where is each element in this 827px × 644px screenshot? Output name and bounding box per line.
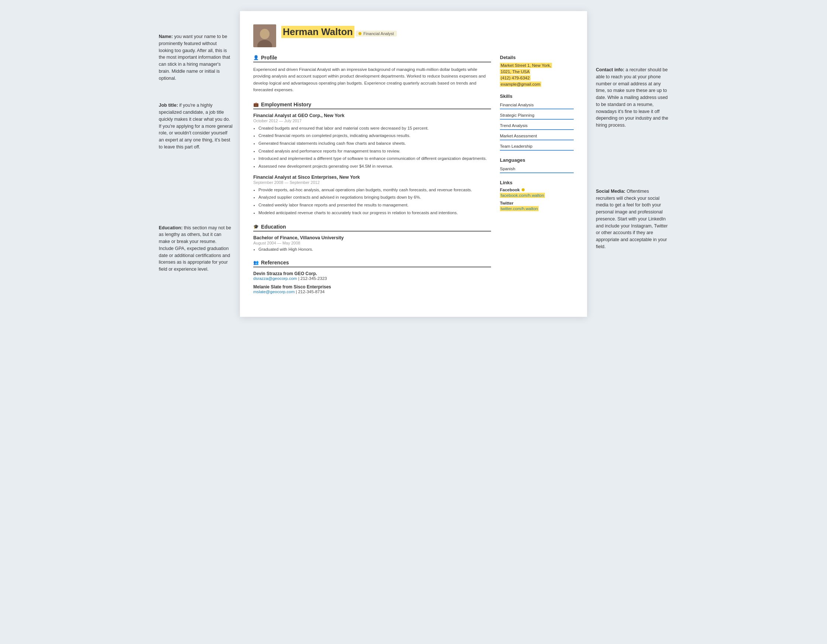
details-address1: Market Street 1, New York,: [500, 63, 552, 68]
right-annotations-panel: Contact info: a recruiter should be able…: [587, 11, 668, 272]
link-platform-1: Facebook: [500, 188, 574, 192]
header-text: Herman Walton Financial Analyst: [281, 24, 397, 39]
job2-bullets: Provide reports, ad-hoc analysis, annual…: [253, 187, 491, 216]
ref1-email[interactable]: dsrazza@geocorp.com: [253, 276, 297, 281]
resume-card: Herman Walton Financial Analyst 👤 Profi: [240, 11, 587, 317]
job1-dates: October 2012 — July 2017: [253, 119, 491, 123]
links-section: Links Facebook facebook.com/h.walton Twi…: [500, 180, 574, 214]
links-title: Links: [500, 180, 574, 185]
jobtitle-annotation-text: if you're a highly specialized candidate…: [159, 103, 232, 150]
job-entry-2: Financial Analyst at Sisco Enterprises, …: [253, 175, 491, 216]
left-annotations-panel: Name: you want your name to be prominent…: [159, 11, 240, 288]
job1-bullets: Created budgets and ensured that labor a…: [253, 125, 491, 169]
name-annotation-text: you want your name to be prominently fea…: [159, 34, 230, 81]
job2-bullet-1: Provide reports, ad-hoc analysis, annual…: [258, 187, 491, 193]
jobtitle-annotation-label: Job title:: [159, 103, 178, 108]
link2-label: Twitter: [500, 201, 513, 205]
social-annotation-text: Oftentimes recruiters will check your so…: [596, 189, 668, 249]
job2-bullet-3: Created weekly labor finance reports and…: [258, 202, 491, 208]
resume-left-column: 👤 Profile Experienced and driven Financi…: [253, 55, 491, 302]
skill-item-3: Trend Analysis: [500, 122, 574, 130]
job2-dates: September 2008 — September 2012: [253, 180, 491, 184]
job2-title: Financial Analyst at Sisco Enterprises, …: [253, 175, 491, 180]
job1-title: Financial Analyst at GEO Corp., New York: [253, 113, 491, 118]
name-annotation-label: Name:: [159, 34, 173, 39]
skills-title: Skills: [500, 94, 574, 99]
job1-bullet-2: Created financial reports on completed p…: [258, 133, 491, 139]
resume-body: 👤 Profile Experienced and driven Financi…: [253, 55, 574, 302]
resume-wrapper: Herman Walton Financial Analyst 👤 Profi: [240, 11, 587, 317]
name-annotation: Name: you want your name to be prominent…: [159, 33, 232, 81]
language-item-1: Spanish: [500, 165, 574, 173]
references-title-text: References: [261, 259, 289, 266]
references-icon: 👥: [253, 260, 259, 265]
ref2-name: Melanie Slate from Sisco Enterprises: [253, 284, 491, 289]
profile-text: Experienced and driven Financial Analyst…: [253, 66, 491, 94]
page-layout: Name: you want your name to be prominent…: [159, 11, 668, 317]
profile-section-title: 👤 Profile: [253, 55, 491, 63]
job1-bullet-3: Generated financial statements including…: [258, 140, 491, 147]
job-title-badge: Financial Analyst: [356, 31, 397, 37]
ref1-contact: dsrazza@geocorp.com | 212-345-2323: [253, 276, 491, 281]
references-section: 👥 References Devin Strazza from GEO Corp…: [253, 259, 491, 294]
profile-icon: 👤: [253, 55, 259, 60]
edu-entry-1: Bachelor of Finance, Villanova Universit…: [253, 235, 491, 252]
ref1-name: Devin Strazza from GEO Corp.: [253, 271, 491, 276]
job1-bullet-1: Created budgets and ensured that labor a…: [258, 125, 491, 131]
social-annotation-label: Social Media:: [596, 189, 626, 194]
employment-icon: 💼: [253, 102, 259, 107]
social-annotation: Social Media: Oftentimes recruiters will…: [596, 188, 668, 250]
employment-section: 💼 Employment History Financial Analyst a…: [253, 102, 491, 216]
link2-url[interactable]: twitter.com/h.walton: [500, 206, 539, 211]
skill-item-5: Team Leadership: [500, 142, 574, 151]
ref2-phone: 212-345-8734: [298, 289, 325, 294]
details-section: Details Market Street 1, New York, 1021,…: [500, 55, 574, 87]
ref-entry-2: Melanie Slate from Sisco Enterprises msl…: [253, 284, 491, 294]
edu1-bullets: Graduated with High Honors.: [253, 247, 491, 252]
jobtitle-annotation: Job title: if you're a highly specialize…: [159, 102, 232, 150]
education-annotation: Education: this section may not be as le…: [159, 225, 232, 273]
education-section: 🎓 Education Bachelor of Finance, Villano…: [253, 224, 491, 252]
job1-bullet-5: Introduced and implemented a different t…: [258, 155, 491, 162]
avatar: [253, 24, 276, 47]
skill-item-2: Strategic Planning: [500, 111, 574, 120]
details-title: Details: [500, 55, 574, 60]
job-entry-1: Financial Analyst at GEO Corp., New York…: [253, 113, 491, 169]
edu1-bullet-1: Graduated with High Honors.: [258, 247, 491, 252]
details-address2: 1021, The USA: [500, 69, 530, 74]
candidate-name: Herman Walton: [281, 26, 354, 38]
ref2-contact: mslate@geocorp.com | 212-345-8734: [253, 289, 491, 294]
job1-bullet-6: Assessed new development projects genera…: [258, 163, 491, 169]
skill-item-1: Financial Analysis: [500, 101, 574, 109]
education-annotation-text: this section may not be as lengthy as ot…: [159, 225, 231, 272]
contact-annotation-text: a recruiter should be able to reach you …: [596, 67, 668, 128]
ref-entry-1: Devin Strazza from GEO Corp. dsrazza@geo…: [253, 271, 491, 281]
education-annotation-label: Education:: [159, 225, 183, 230]
link-platform-2: Twitter: [500, 201, 574, 205]
edu1-dates: August 2004 — May 2008: [253, 241, 491, 245]
references-section-title: 👥 References: [253, 259, 491, 267]
details-email: example@gmail.com: [500, 81, 541, 87]
link1-label: Facebook: [500, 188, 520, 192]
education-title-text: Education: [261, 224, 286, 230]
resume-header: Herman Walton Financial Analyst: [253, 24, 574, 47]
job2-bullet-4: Modeled anticipated revenue charts to ac…: [258, 210, 491, 216]
skills-section: Skills Financial Analysis Strategic Plan…: [500, 94, 574, 151]
resume-right-column: Details Market Street 1, New York, 1021,…: [500, 55, 574, 302]
profile-title-text: Profile: [261, 55, 277, 61]
link1-dot-icon: [522, 188, 524, 191]
link1-url[interactable]: facebook.com/h.walton: [500, 193, 545, 198]
ref1-phone: 212-345-2323: [301, 276, 327, 281]
employment-section-title: 💼 Employment History: [253, 102, 491, 109]
details-phone: (412) 479-6342: [500, 75, 531, 80]
contact-annotation-label: Contact info:: [596, 67, 624, 72]
languages-title: Languages: [500, 157, 574, 163]
education-section-title: 🎓 Education: [253, 224, 491, 231]
job1-bullet-4: Created analysis and perfomance reports …: [258, 148, 491, 154]
profile-section: 👤 Profile Experienced and driven Financi…: [253, 55, 491, 94]
edu1-degree: Bachelor of Finance, Villanova Universit…: [253, 235, 491, 241]
ref2-email[interactable]: mslate@geocorp.com: [253, 289, 295, 294]
title-dot-icon: [359, 32, 362, 35]
job-title-text: Financial Analyst: [363, 31, 394, 36]
skill-item-4: Market Assessment: [500, 132, 574, 140]
